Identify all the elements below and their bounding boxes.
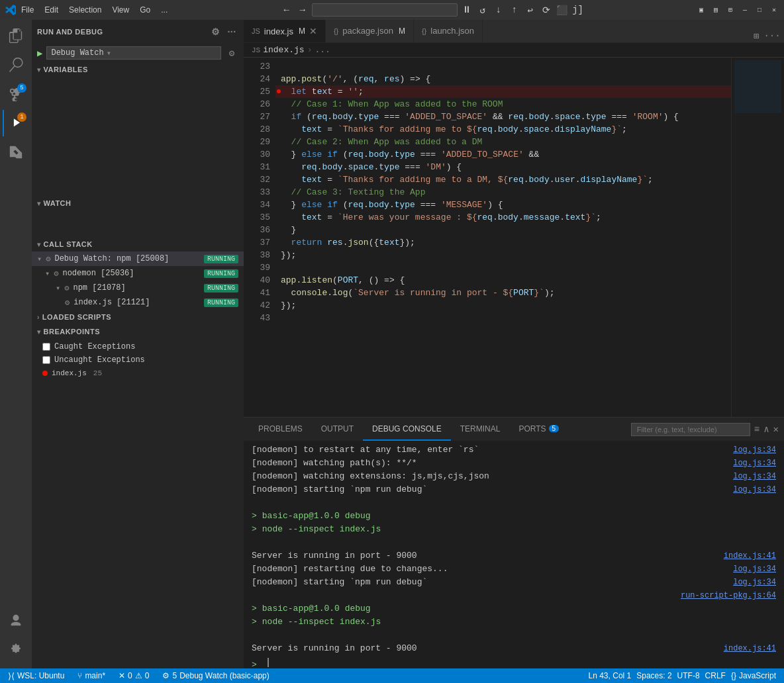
debug-extra-btn[interactable]: j] [571, 3, 585, 17]
debug-continue-btn[interactable]: ⟳ [540, 3, 553, 17]
callstack-item-0[interactable]: ▾ ⚙ Debug Watch: npm [25008] RUNNING [32, 251, 244, 266]
loaded-scripts-header[interactable]: › LOADED SCRIPTS [32, 310, 244, 324]
console-link-2[interactable]: log.js:34 [733, 457, 776, 469]
status-position[interactable]: Ln 43, Col 1 [586, 668, 634, 683]
watch-header[interactable]: ▾ WATCH [32, 196, 244, 210]
bp-caught-exceptions[interactable]: Caught Exceptions [32, 340, 244, 353]
panel-tab-terminal[interactable]: TERMINAL [451, 418, 510, 441]
console-link-1[interactable]: log.js:34 [733, 444, 776, 456]
tab-index-js[interactable]: JS index.js M ✕ [244, 20, 326, 42]
menu-file[interactable]: File [21, 5, 34, 15]
status-debug-info[interactable]: ⚙ 5 Debug Watch (basic-app) [160, 668, 271, 683]
menu-go[interactable]: Go [140, 5, 150, 15]
search-bar[interactable] [312, 3, 458, 17]
debug-stop-btn[interactable]: ⬛ [556, 3, 569, 17]
status-encoding[interactable]: UTF-8 [675, 668, 703, 683]
console-link-16[interactable]: index.js:41 [724, 643, 776, 655]
panel-tab-output[interactable]: OUTPUT [312, 418, 363, 441]
close-btn[interactable]: ✕ [769, 5, 779, 15]
run-debug-title: RUN AND DEBUG [37, 28, 103, 36]
code-line-40: app.listen(PORT, () => { [275, 274, 731, 287]
panel-tab-debug-console[interactable]: DEBUG CONSOLE [363, 418, 451, 441]
activity-search[interactable] [3, 52, 29, 78]
callstack-item-3[interactable]: ⚙ index.js [21121] RUNNING [32, 295, 244, 310]
tab-close-index-js[interactable]: ✕ [309, 26, 317, 36]
debug-play-btn[interactable]: ▶ [37, 48, 42, 59]
layout-btn3[interactable]: ⊞ [726, 5, 735, 15]
expand-icon-1: ▾ [45, 269, 50, 279]
callstack-header[interactable]: ▾ CALL STACK [32, 237, 244, 251]
bp-caught-checkbox[interactable] [42, 343, 50, 351]
callstack-label-0: Debug Watch: npm [25008] [54, 254, 169, 263]
activity-source-control[interactable]: 5 [3, 81, 29, 107]
console-line-14: > node --inspect index.js [244, 615, 784, 629]
status-language[interactable]: {} JavaScript [728, 668, 779, 683]
code-editor[interactable]: 2324252627 2829303132 3334353637 3839404… [244, 58, 784, 417]
layout-btn[interactable]: ▣ [697, 5, 706, 15]
status-spaces[interactable]: Spaces: 2 [634, 668, 674, 683]
tab-package-json[interactable]: {} package.json M [326, 20, 414, 42]
debug-config-dropdown[interactable]: Debug Watch ▾ [46, 46, 221, 60]
activity-run-debug[interactable]: 1 [3, 110, 29, 136]
filter-input[interactable] [631, 423, 750, 436]
minimize-btn[interactable]: — [740, 5, 750, 15]
maximize-btn[interactable]: □ [755, 5, 764, 15]
debug-stepout-btn[interactable]: ↩ [524, 3, 537, 17]
activity-settings[interactable] [3, 637, 29, 663]
console-prompt-line[interactable]: > [244, 655, 784, 668]
watch-chevron: ▾ [37, 200, 41, 207]
warning-count: 0 [145, 671, 150, 680]
breadcrumb-dots[interactable]: ... [315, 45, 330, 55]
more-tabs-btn[interactable]: ··· [765, 29, 779, 42]
panel-menu-btn[interactable]: ≡ [754, 424, 760, 435]
status-errors[interactable]: ✕ 0 ⚠ 0 [116, 668, 152, 683]
bp-uncaught-checkbox[interactable] [42, 356, 50, 364]
running-badge-0: RUNNING [204, 255, 238, 263]
tab-modified-pkg: M [399, 26, 405, 36]
console-link-9[interactable]: index.js:41 [724, 550, 776, 562]
menu-edit[interactable]: Edit [44, 5, 58, 15]
tab-launch-json[interactable]: {} launch.json [414, 20, 483, 42]
menu-bar[interactable]: File Edit Selection View Go ... [21, 5, 168, 15]
settings-btn[interactable]: ⚙ [209, 25, 222, 38]
code-content[interactable]: app.post('/', (req, res) => { let text =… [275, 58, 731, 417]
tab-icon-launch: {} [422, 27, 426, 35]
console-link-12[interactable]: run-script-pkg.js:64 [681, 590, 776, 602]
menu-view[interactable]: View [112, 5, 129, 15]
activity-account[interactable] [3, 608, 29, 634]
code-line-36: } [275, 224, 731, 236]
status-branch[interactable]: ⑂ main* [75, 668, 108, 683]
console-link-4[interactable]: log.js:34 [733, 484, 776, 496]
console-link-10[interactable]: log.js:34 [733, 563, 776, 575]
split-editor-btn[interactable]: ⊞ [750, 29, 763, 42]
breakpoints-header[interactable]: ▾ BREAKPOINTS [32, 324, 244, 339]
nav-back-btn[interactable]: ← [280, 3, 293, 17]
debug-pause-btn[interactable]: ⏸ [460, 3, 473, 17]
nav-forward-btn[interactable]: → [296, 3, 309, 17]
console-link-3[interactable]: log.js:34 [733, 471, 776, 482]
watch-section: ▾ WATCH [32, 196, 244, 237]
more-btn[interactable]: ··· [225, 25, 238, 38]
status-line-ending[interactable]: CRLF [703, 668, 728, 683]
debug-restart-btn[interactable]: ↺ [476, 3, 489, 17]
panel-up-btn[interactable]: ∧ [763, 424, 769, 435]
activity-explorer[interactable] [3, 23, 29, 49]
bp-index-js[interactable]: index.js 25 [32, 367, 244, 380]
menu-selection[interactable]: Selection [69, 5, 101, 15]
panel-close-btn[interactable]: ✕ [773, 424, 779, 435]
callstack-item-2[interactable]: ▾ ⚙ npm [21078] RUNNING [32, 281, 244, 295]
add-config-btn[interactable]: ⚙ [225, 46, 238, 60]
bp-uncaught-exceptions[interactable]: Uncaught Exceptions [32, 353, 244, 367]
panel-tab-ports[interactable]: PORTS 5 [509, 418, 568, 441]
debug-stepinto-btn[interactable]: ↑ [508, 3, 521, 17]
panel-tab-problems[interactable]: PROBLEMS [249, 418, 312, 441]
console-link-11[interactable]: log.js:34 [733, 576, 776, 588]
layout-btn2[interactable]: ▤ [711, 5, 720, 15]
debug-stepover-btn[interactable]: ↓ [492, 3, 505, 17]
callstack-item-1[interactable]: ▾ ⚙ nodemon [25036] RUNNING [32, 266, 244, 281]
breadcrumb-file[interactable]: index.js [263, 45, 304, 55]
activity-extensions[interactable] [3, 139, 29, 165]
status-wsl[interactable]: ⟩⟨ WSL: Ubuntu [5, 668, 67, 683]
menu-more[interactable]: ... [161, 5, 168, 15]
variables-header[interactable]: ▾ VARIABLES [32, 62, 244, 77]
